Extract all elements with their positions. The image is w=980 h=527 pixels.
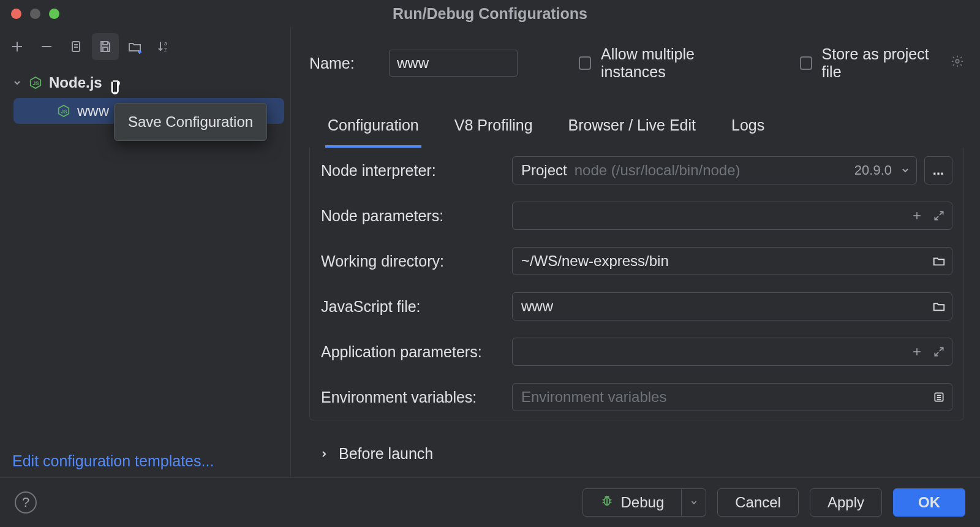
svg-line-25: [935, 352, 938, 356]
svg-text:z: z: [164, 47, 167, 53]
debug-button[interactable]: Debug: [582, 488, 682, 517]
store-project-group[interactable]: Store as project file: [800, 45, 964, 81]
working-directory-input[interactable]: ~/WS/new-express/bin: [512, 247, 952, 275]
application-parameters-input[interactable]: [512, 338, 952, 366]
gear-icon[interactable]: [951, 55, 964, 72]
footer: ? Debug Cancel Apply OK: [0, 477, 980, 526]
node-version: 20.9.0: [854, 162, 892, 178]
allow-multiple-label: Allow multiple instances: [601, 45, 746, 81]
traffic-lights: [0, 9, 59, 19]
allow-multiple-checkbox[interactable]: [579, 56, 591, 70]
add-config-button[interactable]: [4, 33, 31, 60]
javascript-file-input[interactable]: www: [512, 292, 952, 320]
chevron-right-icon: [319, 445, 329, 463]
before-launch-section[interactable]: Before launch: [309, 420, 964, 463]
tabs: Configuration V8 Profiling Browser / Liv…: [325, 110, 964, 148]
svg-text:JS: JS: [61, 109, 67, 115]
chevron-down-icon: [12, 75, 22, 91]
svg-line-32: [602, 499, 604, 500]
remove-config-button[interactable]: [33, 33, 60, 60]
minimize-window-button[interactable]: [30, 9, 40, 19]
content-panel: Name: Allow multiple instances Store as …: [291, 27, 980, 477]
new-folder-button[interactable]: [121, 33, 148, 60]
help-button[interactable]: ?: [15, 491, 37, 514]
svg-point-17: [956, 59, 959, 63]
debug-label: Debug: [621, 494, 665, 511]
svg-line-24: [940, 347, 943, 351]
list-icon[interactable]: [932, 390, 946, 404]
chevron-down-icon: [900, 162, 910, 179]
expand-icon[interactable]: [932, 345, 946, 358]
debug-dropdown-button[interactable]: [682, 488, 706, 517]
application-parameters-label: Application parameters:: [321, 343, 512, 361]
row-node-parameters: Node parameters:: [310, 193, 963, 238]
apply-button[interactable]: Apply: [810, 488, 882, 517]
titlebar: Run/Debug Configurations: [0, 0, 980, 27]
node-parameters-label: Node parameters:: [321, 207, 512, 225]
tree-node-label: Node.js: [49, 74, 102, 91]
tab-browser-live-edit[interactable]: Browser / Live Edit: [566, 110, 698, 148]
sidebar: az JS Node.js JS www Save Configuration …: [0, 27, 291, 477]
svg-line-34: [602, 502, 604, 502]
copy-config-button[interactable]: [62, 33, 89, 60]
tab-logs[interactable]: Logs: [729, 110, 767, 148]
main-area: az JS Node.js JS www Save Configuration …: [0, 27, 980, 477]
folder-icon[interactable]: [932, 300, 946, 313]
interpreter-path: node (/usr/local/bin/node): [575, 162, 741, 179]
zoom-window-button[interactable]: [49, 9, 59, 19]
row-application-parameters: Application parameters:: [310, 329, 963, 374]
svg-rect-7: [103, 47, 108, 51]
tab-configuration[interactable]: Configuration: [325, 110, 421, 148]
tooltip-save-config: Save Configuration: [114, 103, 267, 141]
tree-node-nodejs[interactable]: JS Node.js: [0, 70, 290, 96]
before-launch-label: Before launch: [339, 445, 433, 463]
folder-icon[interactable]: [932, 254, 946, 268]
node-interpreter-label: Node interpreter:: [321, 162, 512, 180]
field-placeholder: Environment variables: [521, 389, 927, 406]
row-javascript-file: JavaScript file: www: [310, 284, 963, 329]
ok-button[interactable]: OK: [893, 488, 965, 517]
name-input[interactable]: [389, 50, 518, 77]
svg-rect-6: [103, 42, 108, 45]
javascript-file-label: JavaScript file:: [321, 298, 512, 316]
interpreter-prefix: Project: [521, 162, 567, 179]
row-environment-variables: Environment variables: Environment varia…: [310, 374, 963, 420]
allow-multiple-group[interactable]: Allow multiple instances: [579, 45, 746, 81]
svg-text:JS: JS: [32, 81, 39, 86]
sidebar-toolbar: az: [0, 27, 290, 66]
field-text: ~/WS/new-express/bin: [521, 252, 927, 270]
name-label: Name:: [309, 55, 364, 72]
row-working-directory: Working directory: ~/WS/new-express/bin: [310, 238, 963, 284]
bug-icon: [600, 494, 614, 511]
plus-icon[interactable]: [910, 345, 924, 358]
plus-icon[interactable]: [910, 209, 924, 222]
store-project-label: Store as project file: [822, 45, 936, 81]
node-parameters-input[interactable]: [512, 202, 952, 230]
sort-button[interactable]: az: [151, 33, 178, 60]
nodejs-icon: JS: [56, 104, 71, 118]
environment-variables-label: Environment variables:: [321, 389, 512, 406]
svg-line-35: [609, 502, 611, 502]
working-directory-label: Working directory:: [321, 252, 512, 270]
tree-node-label: www: [77, 102, 109, 119]
debug-split-button: Debug: [582, 488, 707, 517]
edit-templates-link[interactable]: Edit configuration templates...: [12, 452, 214, 470]
node-interpreter-select[interactable]: Project node (/usr/local/bin/node) 20.9.…: [512, 156, 917, 184]
svg-line-20: [940, 211, 943, 215]
window-title: Run/Debug Configurations: [393, 5, 587, 23]
store-project-checkbox[interactable]: [800, 56, 812, 70]
close-window-button[interactable]: [11, 9, 21, 19]
cancel-button[interactable]: Cancel: [717, 488, 799, 517]
svg-line-33: [609, 499, 611, 500]
expand-icon[interactable]: [932, 209, 946, 222]
svg-line-21: [935, 216, 938, 220]
nodejs-icon: JS: [28, 75, 43, 90]
field-text: www: [521, 298, 927, 315]
row-node-interpreter: Node interpreter: Project node (/usr/loc…: [310, 148, 963, 193]
name-row: Name: Allow multiple instances Store as …: [309, 45, 964, 81]
svg-text:a: a: [164, 40, 167, 47]
browse-interpreter-button[interactable]: ...: [924, 156, 952, 184]
save-config-button[interactable]: [92, 33, 119, 60]
tab-v8-profiling[interactable]: V8 Profiling: [452, 110, 535, 148]
environment-variables-input[interactable]: Environment variables: [512, 383, 952, 411]
